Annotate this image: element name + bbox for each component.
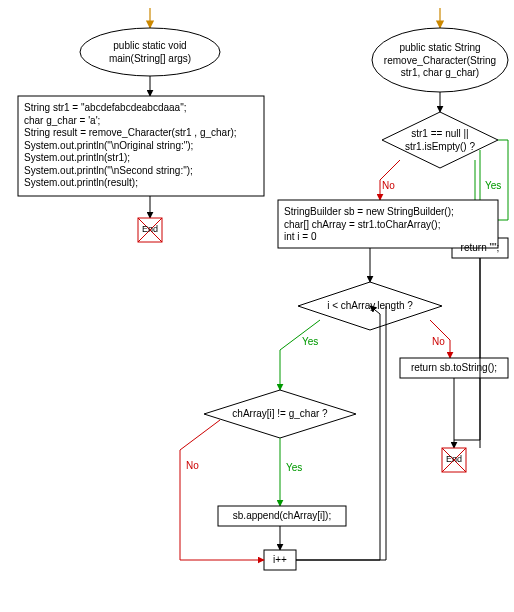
yes-label: Yes bbox=[286, 462, 302, 473]
yes-label: Yes bbox=[485, 180, 501, 191]
main-signature: public static void main(String[] args) bbox=[80, 40, 220, 65]
return-sb: return sb.toString(); bbox=[402, 362, 506, 375]
loop-condition: i < chArray.length ? bbox=[314, 300, 426, 313]
return-empty: return ""; bbox=[454, 242, 506, 255]
main-body: String str1 = "abcdefabcdeabcdaaa"; char… bbox=[24, 102, 260, 190]
yes-label: Yes bbox=[302, 336, 318, 347]
no-label: No bbox=[382, 180, 395, 191]
main-end-label: End bbox=[138, 224, 162, 235]
remove-char-end-label: End bbox=[442, 454, 466, 465]
append-stmt: sb.append(chArray[i]); bbox=[220, 510, 344, 523]
no-label: No bbox=[186, 460, 199, 471]
no-label: No bbox=[432, 336, 445, 347]
init-block: StringBuilder sb = new StringBuilder(); … bbox=[284, 206, 494, 244]
remove-char-signature: public static String remove_Character(St… bbox=[374, 42, 506, 80]
null-check-condition: str1 == null || str1.isEmpty() ? bbox=[388, 128, 492, 153]
char-condition: chArray[i] != g_char ? bbox=[216, 408, 344, 421]
increment: i++ bbox=[266, 554, 294, 567]
